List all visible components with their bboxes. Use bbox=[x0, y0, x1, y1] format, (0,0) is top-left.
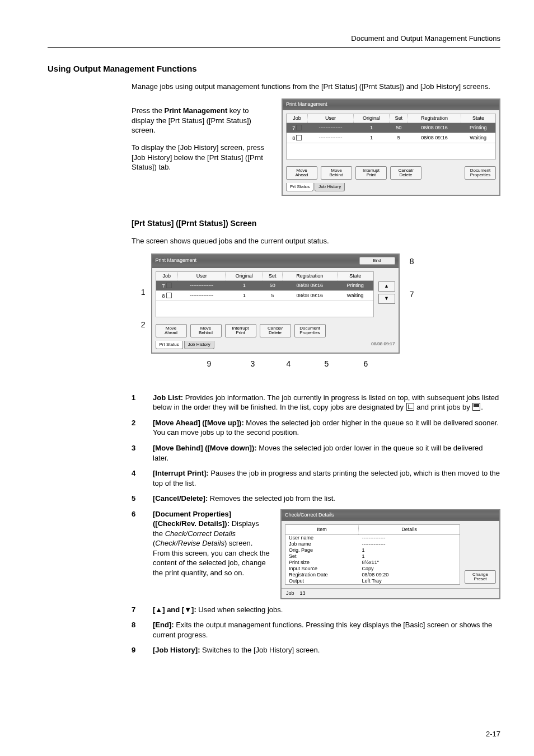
callout-9: 9 bbox=[207, 359, 212, 369]
cancel-delete-button[interactable]: Cancel/ Delete bbox=[260, 324, 291, 337]
tab-prt-status[interactable]: Prt Status bbox=[286, 183, 313, 191]
table-row[interactable]: 7 -------------- 1 50 08/08 09:16 Printi… bbox=[156, 280, 373, 290]
check-correct-details-screen: Check/Correct Details Item Details User … bbox=[280, 509, 500, 599]
running-header: Document and Output Management Functions bbox=[48, 34, 500, 48]
details-table: Item Details User name-------------- Job… bbox=[285, 525, 460, 584]
move-behind-button[interactable]: Move Behind bbox=[321, 166, 352, 180]
move-ahead-button[interactable]: Move Ahead bbox=[156, 324, 187, 337]
instruction-paragraph-2: To display the [Job History] screen, pre… bbox=[132, 143, 271, 172]
section-heading: Using Output Management Functions bbox=[48, 63, 500, 74]
intro-paragraph: Manage jobs using output management func… bbox=[132, 82, 500, 92]
copy-type-icon bbox=[406, 403, 414, 411]
job-footer: Job 13 bbox=[282, 588, 499, 598]
callout-6: 6 bbox=[364, 359, 368, 369]
print-management-screen-1: Print Management Job User Original Set R… bbox=[282, 98, 500, 196]
callout-1: 1 bbox=[134, 287, 146, 298]
scroll-up-button[interactable]: ▲ bbox=[378, 281, 395, 292]
device-titlebar: Print Management bbox=[283, 100, 499, 110]
copy-job-icon bbox=[296, 135, 302, 140]
list-item-4: 4 [Interrupt Print]: Pauses the job in p… bbox=[132, 468, 500, 488]
list-item-2: 2 [Move Ahead] ([Move up]): Moves the se… bbox=[132, 418, 500, 438]
copy-job-icon bbox=[166, 293, 172, 298]
print-type-icon bbox=[472, 403, 480, 411]
device-titlebar: Check/Correct Details bbox=[282, 510, 499, 521]
document-properties-button[interactable]: Document Properties bbox=[465, 166, 496, 180]
list-item-6: 6 [Document Properties] ([Check/Rev. Det… bbox=[132, 509, 500, 599]
tab-job-history[interactable]: Job History bbox=[315, 183, 345, 191]
end-button[interactable]: End bbox=[359, 257, 395, 265]
instruction-paragraph-1: Press the Print Management key to displa… bbox=[132, 106, 271, 135]
print-management-screen-2: Print Management End Job User Original S… bbox=[151, 253, 400, 354]
list-item-3: 3 [Move Behind] ([Move down]): Moves the… bbox=[132, 443, 500, 463]
change-preset-button[interactable]: Change Preset bbox=[465, 570, 496, 584]
page-number: 2-17 bbox=[486, 729, 500, 739]
table-row[interactable]: 8 -------------- 1 5 08/08 09:16 Waiting bbox=[156, 290, 373, 300]
callout-7: 7 bbox=[410, 289, 414, 300]
list-item-1: 1 Job List: Provides job information. Th… bbox=[132, 393, 500, 412]
subsection-heading: [Prt Status] ([Prnt Status]) Screen bbox=[132, 218, 500, 229]
callout-3: 3 bbox=[251, 359, 255, 369]
tab-prt-status[interactable]: Prt Status bbox=[156, 341, 183, 349]
table-row[interactable]: 8 -------------- 1 5 08/08 09:16 Waiting bbox=[287, 133, 495, 143]
table-row[interactable]: 7 -------------- 1 50 08/08 09:16 Printi… bbox=[287, 123, 495, 133]
tab-job-history[interactable]: Job History bbox=[184, 341, 214, 349]
interrupt-print-button[interactable]: Interrupt Print bbox=[225, 324, 256, 337]
list-item-8: 8 [End]: Exits the output management fun… bbox=[132, 620, 500, 640]
job-table: Job User Original Set Registration State… bbox=[287, 114, 495, 159]
interrupt-print-button[interactable]: Interrupt Print bbox=[355, 166, 387, 180]
callout-2: 2 bbox=[134, 320, 146, 330]
device-timestamp: 08/08 09:17 bbox=[371, 341, 398, 349]
move-ahead-button[interactable]: Move Ahead bbox=[286, 166, 317, 180]
cancel-delete-button[interactable]: Cancel/ Delete bbox=[390, 166, 421, 180]
list-item-9: 9 [Job History]: Switches to the [Job Hi… bbox=[132, 645, 500, 655]
copy-job-icon bbox=[166, 283, 172, 288]
scroll-down-button[interactable]: ▼ bbox=[378, 294, 395, 304]
callout-5: 5 bbox=[325, 359, 329, 369]
copy-job-icon bbox=[296, 125, 302, 130]
list-item-5: 5 [Cancel/Delete]: Removes the selected … bbox=[132, 494, 500, 504]
subsection-intro: The screen shows queued jobs and the cur… bbox=[132, 236, 500, 246]
move-behind-button[interactable]: Move Behind bbox=[190, 324, 222, 337]
list-item-7: 7 [▲] and [▼]: Used when selecting jobs. bbox=[132, 605, 500, 615]
document-properties-button[interactable]: Document Properties bbox=[294, 324, 326, 337]
job-table: Job User Original Set Registration State… bbox=[156, 272, 373, 317]
device-titlebar: Print Management End bbox=[152, 255, 399, 268]
callout-4: 4 bbox=[287, 359, 291, 369]
callout-8: 8 bbox=[410, 256, 414, 267]
